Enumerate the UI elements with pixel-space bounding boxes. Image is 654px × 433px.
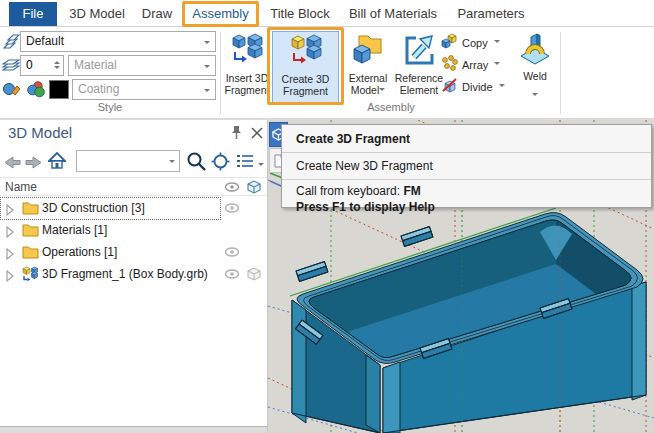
weld-button[interactable]: Weld	[512, 31, 558, 103]
panel-title: 3D Model	[8, 124, 72, 141]
layers-pages-icon[interactable]	[3, 32, 20, 54]
pin-icon[interactable]	[230, 125, 243, 144]
color-swatch[interactable]	[49, 80, 69, 99]
coating-combo[interactable]: Coating	[72, 79, 216, 100]
tab-bill-of-materials[interactable]: Bill of Materials	[339, 0, 447, 27]
home-button[interactable]	[48, 152, 66, 173]
style-group-label: Style	[0, 101, 220, 116]
panel-bottom-bar[interactable]	[0, 426, 267, 433]
3d-model-panel: 3D Model	[0, 119, 268, 433]
chevron-down-icon	[258, 163, 264, 169]
chevron-down-icon	[169, 160, 175, 166]
visibility-eye-icon[interactable]	[224, 267, 240, 285]
chevron-down-icon	[204, 65, 210, 71]
visibility-column-icon	[224, 180, 240, 197]
chevron-down-icon	[532, 93, 538, 99]
ribbon-tab-bar: File 3D Model Draw Assembly Title Block …	[0, 0, 654, 27]
tree-row-3d-fragment[interactable]: 3D Fragment_1 (Box Body.grb)	[0, 263, 267, 285]
folder-icon	[22, 222, 39, 241]
tooltip-help: Press F1 to display Help	[282, 200, 651, 218]
style-combo[interactable]: Default	[20, 31, 216, 52]
expander-icon[interactable]	[6, 268, 14, 286]
expander-icon[interactable]	[6, 246, 14, 264]
tab-title-block[interactable]: Title Block	[261, 0, 339, 27]
tab-file[interactable]: File	[9, 2, 57, 26]
array-button[interactable]: Array	[441, 56, 500, 74]
create-3d-fragment-tooltip: Create 3D Fragment Create New 3D Fragmen…	[281, 124, 652, 208]
material-combo[interactable]: Material	[68, 55, 216, 76]
visibility-eye-icon[interactable]	[224, 201, 240, 219]
tree-row-3d-construction[interactable]: 3D Construction [3]	[0, 197, 267, 219]
group-separator	[220, 32, 221, 114]
tree-row-operations[interactable]: Operations [1]	[0, 241, 267, 263]
external-model-button[interactable]: External Model	[344, 31, 392, 103]
tree-row-materials[interactable]: Materials [1]	[0, 219, 267, 241]
hidden-cube-icon[interactable]	[246, 266, 262, 286]
insert-3d-fragment-button[interactable]: Insert 3D Fragment	[223, 31, 271, 103]
folder-icon	[22, 244, 39, 263]
layer-spinner[interactable]: 0	[20, 55, 64, 76]
name-column-header: Name	[5, 180, 37, 194]
chevron-down-icon	[204, 89, 210, 95]
layers-stack-icon[interactable]	[2, 56, 20, 78]
chevron-down-icon	[204, 41, 210, 47]
insert-3d-fragment-icon	[223, 33, 271, 71]
divide-icon	[441, 77, 458, 98]
cube-column-icon	[246, 179, 262, 198]
tab-draw[interactable]: Draw	[133, 0, 181, 27]
search-icon[interactable]	[186, 151, 207, 176]
weld-icon	[512, 33, 558, 69]
forward-arrow-button[interactable]	[25, 155, 42, 173]
divide-button[interactable]: Divide	[441, 78, 505, 96]
material-brush-icon[interactable]	[2, 80, 21, 103]
create-3d-fragment-button[interactable]: Create 3D Fragment	[272, 31, 339, 103]
folder-icon	[22, 200, 39, 219]
tooltip-shortcut: Call from keyboard: FM	[282, 180, 651, 200]
close-icon[interactable]	[251, 125, 263, 144]
reference-element-icon	[393, 33, 445, 71]
copy-button[interactable]: Copy	[441, 34, 500, 52]
copy-icon	[441, 33, 458, 54]
locate-target-icon[interactable]	[211, 152, 230, 175]
spinner-up-icon[interactable]	[54, 58, 60, 64]
back-arrow-button[interactable]	[4, 155, 21, 173]
model-tree: 3D Construction [3] Materials [1] Operat…	[0, 197, 267, 285]
chevron-down-icon	[379, 88, 385, 94]
search-input[interactable]	[76, 150, 180, 172]
create-3d-fragment-icon	[273, 34, 338, 72]
reference-element-button[interactable]: Reference Element	[393, 31, 445, 103]
assembly-group-label: Assembly	[222, 101, 560, 116]
group-separator	[560, 32, 561, 114]
expander-icon[interactable]	[6, 202, 14, 220]
3d-fragment-icon	[22, 266, 39, 286]
chevron-down-icon	[494, 62, 500, 68]
chevron-down-icon	[494, 40, 500, 46]
external-model-icon	[344, 33, 392, 71]
spinner-down-icon[interactable]	[54, 66, 60, 72]
coating-spheres-icon[interactable]	[27, 80, 46, 103]
tree-column-header: Name	[0, 177, 267, 196]
chevron-down-icon	[499, 84, 505, 90]
visibility-eye-icon[interactable]	[224, 245, 240, 263]
tab-3d-model[interactable]: 3D Model	[60, 0, 134, 27]
tab-parameters[interactable]: Parameters	[447, 0, 535, 27]
tooltip-title: Create 3D Fragment	[282, 125, 651, 153]
ribbon: Default 0 Material Coating Style Insert …	[0, 27, 654, 119]
array-icon	[441, 55, 458, 76]
tooltip-description: Create New 3D Fragment	[282, 153, 651, 180]
tab-assembly[interactable]: Assembly	[182, 0, 259, 27]
view-options-button[interactable]	[236, 153, 264, 173]
expander-icon[interactable]	[6, 224, 14, 242]
